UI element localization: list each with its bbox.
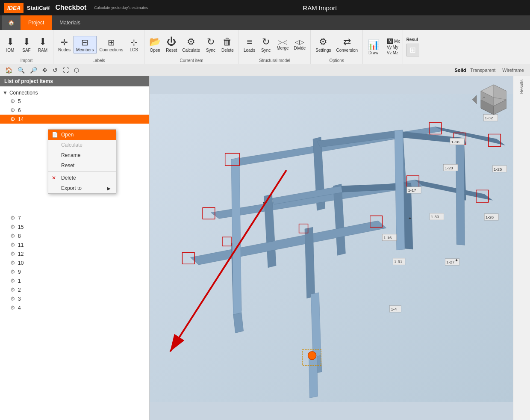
tab-project[interactable]: Project xyxy=(21,15,52,30)
tree-item-10[interactable]: ⚙ 10 xyxy=(0,258,149,267)
logo-text: IDEA xyxy=(7,5,21,11)
results-panel-label: Results xyxy=(519,80,524,94)
tree-item-11[interactable]: ⚙ 11 xyxy=(0,240,149,249)
ram-button[interactable]: ⬇ RAM xyxy=(35,35,50,53)
ribbon: ⬇ IOM ⬇ SAF ⬇ RAM Import ✛ Nodes ⊟ Membe… xyxy=(0,30,530,64)
home-nav-btn[interactable]: 🏠 xyxy=(2,15,21,30)
gear-icon-15: ⚙ xyxy=(10,224,15,230)
rotate-btn[interactable]: ↺ xyxy=(51,66,59,74)
results-label: Resul xyxy=(406,37,419,42)
tree-item-2[interactable]: ⚙ 2 xyxy=(0,285,149,294)
reset-button[interactable]: ⏻ Reset xyxy=(164,35,179,53)
sync2-icon: ↻ xyxy=(262,36,270,47)
calculate-menu-label: Calculate xyxy=(61,142,82,148)
context-menu-reset[interactable]: Reset xyxy=(48,160,116,171)
zoom-fit-btn[interactable]: 🔎 xyxy=(28,66,39,74)
window-title: RAM Import xyxy=(303,4,337,12)
tree-item-3[interactable]: ⚙ 3 xyxy=(0,294,149,303)
context-menu-delete[interactable]: ✕ Delete xyxy=(48,173,116,183)
tree-item-5[interactable]: ⚙ 5 xyxy=(0,97,149,106)
context-menu-export[interactable]: Export to ▶ xyxy=(48,183,116,193)
tree-item-9[interactable]: ⚙ 9 xyxy=(0,267,149,276)
divide-button[interactable]: ◁▷ Divide xyxy=(292,38,308,51)
zoom-window-btn[interactable]: 🔍 xyxy=(16,66,26,74)
structural-items: ≡ Loads ↻ Sync ▷◁ Merge ◁▷ Divide xyxy=(241,32,308,57)
sync-button[interactable]: ↻ Sync xyxy=(203,35,218,53)
tree-item-7[interactable]: ⚙ 7 xyxy=(0,213,149,222)
home-view-btn[interactable]: 🏠 xyxy=(3,66,14,74)
open-icon: 📂 xyxy=(149,36,161,47)
iom-button[interactable]: ⬇ IOM xyxy=(3,35,18,53)
draw-label: Draw xyxy=(368,50,378,55)
context-menu-separator xyxy=(48,172,116,172)
pan-btn[interactable]: ✥ xyxy=(41,66,49,74)
conversion-button[interactable]: ⇄ Conversion xyxy=(334,35,360,53)
tree-item-6[interactable]: ⚙ 6 xyxy=(0,106,149,115)
solid-mode-label[interactable]: Solid xyxy=(454,68,466,73)
item-label-10: 10 xyxy=(18,260,24,266)
merge-button[interactable]: ▷◁ Merge xyxy=(274,38,291,51)
draw-button[interactable]: 📊 Draw xyxy=(365,38,381,56)
tree-root-connections[interactable]: ▼ Connections xyxy=(0,89,149,97)
loads-button[interactable]: ≡ Loads xyxy=(241,35,257,53)
gear-icon-6: ⚙ xyxy=(10,107,15,113)
open-menu-label: Open xyxy=(61,132,74,138)
ribbon-group-options: ⚙ Settings ⇄ Conversion Options xyxy=(311,30,363,64)
svg-text:✦: ✦ xyxy=(408,216,412,221)
import-items: ⬇ IOM ⬇ SAF ⬇ RAM xyxy=(3,32,50,57)
item-label-1: 1 xyxy=(18,278,21,284)
svg-text:1-25: 1-25 xyxy=(494,167,502,172)
lcs-icon: ⊹ xyxy=(130,37,138,47)
settings-button[interactable]: ⚙ Settings xyxy=(313,35,333,53)
saf-button[interactable]: ⬇ SAF xyxy=(19,35,34,53)
open-menu-icon: 📄 xyxy=(52,132,58,138)
tree-item-4[interactable]: ⚙ 4 xyxy=(0,303,149,312)
main-area: List of project items ▼ Connections ⚙ 5 … xyxy=(0,76,530,420)
loads-icon: ≡ xyxy=(247,36,252,47)
rename-menu-label: Rename xyxy=(61,152,80,158)
divide-label: Divide xyxy=(294,46,306,50)
context-menu-rename[interactable]: Rename xyxy=(48,150,116,160)
fullscreen-btn[interactable]: ⛶ xyxy=(61,66,71,74)
results-icon: ⊞ xyxy=(406,44,419,56)
calculate-icon: ⚙ xyxy=(187,36,195,47)
tree-item-8[interactable]: ⚙ 8 xyxy=(0,231,149,240)
delete-button[interactable]: 🗑 Delete xyxy=(219,35,236,53)
calculate-label: Calculate xyxy=(182,48,200,53)
lcs-button[interactable]: ⊹ LCS xyxy=(126,36,141,53)
svg-text:1-30: 1-30 xyxy=(431,214,439,219)
svg-text:1-4: 1-4 xyxy=(391,307,397,311)
tab-materials[interactable]: Materials xyxy=(52,15,88,30)
tree-item-14[interactable]: ⚙ 14 xyxy=(0,115,149,124)
calculate-button[interactable]: ⚙ Calculate xyxy=(180,35,202,53)
labels-group-label: Labels xyxy=(92,58,105,63)
members-button[interactable]: ⊟ Members xyxy=(74,36,97,53)
open-button[interactable]: 📂 Open xyxy=(147,35,163,53)
svg-text:1-31: 1-31 xyxy=(394,259,402,264)
members-label: Members xyxy=(76,47,94,52)
force-row-3: Vz Mz xyxy=(387,50,400,55)
svg-text:1-28: 1-28 xyxy=(445,166,453,170)
iom-icon: ⬇ xyxy=(6,36,14,47)
shading-btn[interactable]: ⬡ xyxy=(72,66,81,74)
subtitle-area: Calculate yesterday's estimates xyxy=(94,6,148,10)
wireframe-mode-btn[interactable]: Wireframe xyxy=(500,67,527,74)
sync2-button[interactable]: ↻ Sync xyxy=(258,35,274,53)
tree-item-12[interactable]: ⚙ 12 xyxy=(0,249,149,258)
tree-item-15[interactable]: ⚙ 15 xyxy=(0,222,149,231)
saf-label: SAF xyxy=(22,48,30,53)
svg-text:✦: ✦ xyxy=(455,258,458,263)
transparent-mode-btn[interactable]: Transparent xyxy=(468,67,498,74)
subtitle-text: Calculate yesterday's estimates xyxy=(94,6,148,10)
item-label-3: 3 xyxy=(18,296,21,302)
tree-root-label: Connections xyxy=(9,90,38,96)
ribbon-group-import: ⬇ IOM ⬇ SAF ⬇ RAM Import xyxy=(0,30,53,64)
draw-icon: 📊 xyxy=(368,39,379,50)
nav-cube[interactable]: -Y xyxy=(472,83,506,117)
3d-view[interactable]: 1-32 1-24 1-18 1-5 1-28 1-25 1-17 1-6 1-… xyxy=(150,76,513,420)
nodes-button[interactable]: ✛ Nodes xyxy=(56,36,73,53)
connections-button[interactable]: ⊞ Connections xyxy=(97,36,126,53)
tree-item-1[interactable]: ⚙ 1 xyxy=(0,276,149,285)
context-menu-open[interactable]: 📄 Open xyxy=(48,130,116,140)
nodes-label: Nodes xyxy=(58,47,71,52)
